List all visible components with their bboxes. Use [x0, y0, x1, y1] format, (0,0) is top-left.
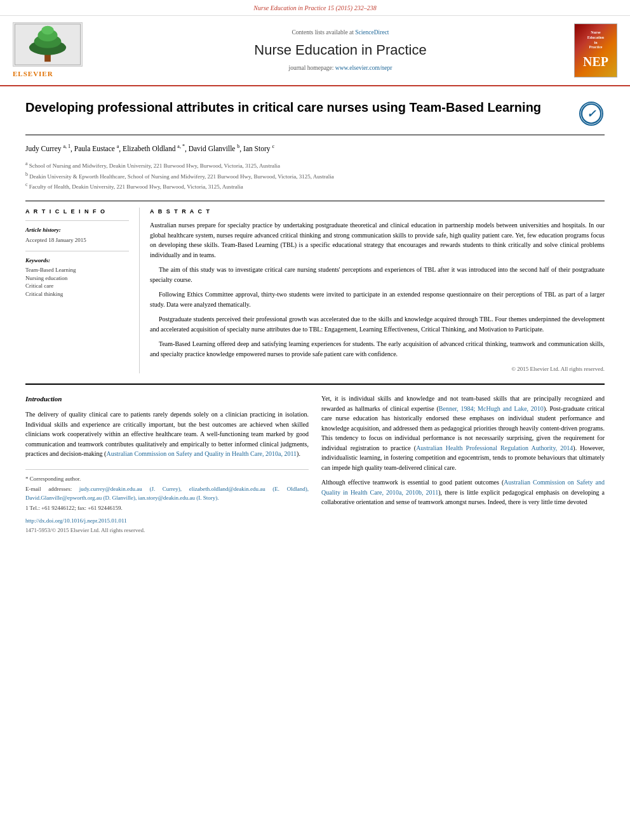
doi-link[interactable]: http://dx.doi.org/10.1016/j.nepr.2015.01…: [25, 517, 309, 526]
ai-divider-2: [25, 251, 129, 251]
affiliation-a: a School of Nursing and Midwifery, Deaki…: [25, 160, 605, 171]
journal-header-center: Contents lists available at ScienceDirec…: [114, 29, 566, 72]
ref-benner[interactable]: Benner, 1984; McHugh and Lake, 2010: [439, 405, 544, 412]
svg-text:✓: ✓: [587, 108, 596, 120]
cover-initials: NEP: [583, 53, 608, 70]
journal-cover-thumb-container: NurseEducationinPractice NEP: [566, 23, 617, 77]
article-title-section: Developing professional attributes in cr…: [25, 99, 605, 135]
ref-ahpra[interactable]: Australian Health Professional Regulatio…: [416, 444, 573, 451]
corresponding-note: * Corresponding author.: [25, 475, 309, 484]
elsevier-logo: ELSEVIER: [13, 22, 114, 79]
body-right-col: Yet, it is individual skills and knowled…: [321, 394, 605, 535]
body-two-col: Introduction The delivery of quality cli…: [25, 394, 605, 535]
crossmark-badge: ✓: [579, 102, 605, 127]
keyword-critical-thinking: Critical thinking: [25, 290, 129, 298]
affiliations: a School of Nursing and Midwifery, Deaki…: [25, 160, 605, 192]
keyword-critical-care: Critical care: [25, 282, 129, 290]
article-info-title: A R T I C L E I N F O: [25, 208, 129, 216]
abstract-text: Australian nurses prepare for specialty …: [150, 220, 605, 359]
abstract-para-4: Postgraduate students perceived their pr…: [150, 314, 605, 334]
keywords-label: Keywords:: [25, 257, 129, 265]
ref-link-1[interactable]: Australian Commission on Safety and Qual…: [106, 450, 297, 457]
sciencedirect-link[interactable]: ScienceDirect: [355, 29, 389, 36]
keyword-nursing-ed: Nursing education: [25, 274, 129, 283]
copyright-line: © 2015 Elsevier Ltd. All rights reserved…: [150, 365, 605, 373]
footnote-area: * Corresponding author. E-mail addresses…: [25, 469, 309, 535]
issn-line: 1471-5953/© 2015 Elsevier Ltd. All right…: [25, 526, 309, 535]
abstract-para-3: Following Ethics Committee approval, thi…: [150, 290, 605, 309]
elsevier-tree-graphic: [13, 22, 83, 67]
svg-point-4: [41, 26, 53, 35]
article-info-column: A R T I C L E I N F O Article history: A…: [25, 208, 140, 373]
affiliation-c: c Faculty of Health, Deakin University, …: [25, 181, 605, 192]
citation-text: Nurse Education in Practice 15 (2015) 23…: [253, 4, 376, 11]
abstract-para-1: Australian nurses prepare for specialty …: [150, 220, 605, 260]
introduction-title: Introduction: [25, 394, 309, 404]
abstract-para-5: Team-Based Learning offered deep and sat…: [150, 339, 605, 359]
email-label: E-mail addresses: judy.currey@deakin.edu…: [25, 485, 309, 502]
journal-homepage-line: journal homepage: www.elsevier.com/nepr: [114, 64, 566, 72]
cover-title: NurseEducationinPractice: [587, 30, 604, 50]
right-para-1: Yet, it is individual skills and knowled…: [321, 394, 605, 472]
ref-acsqhc-2[interactable]: Australian Commission on Safety and Qual…: [321, 479, 605, 496]
keyword-tbl: Team-Based Learning: [25, 266, 129, 274]
article-history-label: Article history:: [25, 226, 129, 234]
abstract-title: A B S T R A C T: [150, 208, 605, 216]
section-divider: [25, 383, 605, 385]
ai-divider-1: [25, 220, 129, 221]
crossmark-icon: ✓: [579, 102, 603, 126]
journal-cover-thumbnail: NurseEducationinPractice NEP: [574, 23, 617, 77]
abstract-column: A B S T R A C T Australian nurses prepar…: [140, 208, 605, 373]
citation-bar: Nurse Education in Practice 15 (2015) 23…: [0, 0, 630, 16]
intro-para-1: The delivery of quality clinical care to…: [25, 410, 309, 459]
right-para-2: Although effective teamwork is essential…: [321, 477, 605, 507]
homepage-link[interactable]: www.elsevier.com/nepr: [335, 65, 392, 71]
accepted-date: Accepted 18 January 2015: [25, 236, 129, 244]
body-left-col: Introduction The delivery of quality cli…: [25, 394, 309, 535]
footnote-1: 1 Tel.: +61 92446122; fax: +61 92446159.: [25, 504, 309, 513]
abstract-para-2: The aim of this study was to investigate…: [150, 265, 605, 284]
elsevier-wordmark: ELSEVIER: [13, 69, 53, 79]
affiliation-b: b Deakin University & Epworth Healthcare…: [25, 171, 605, 182]
journal-header: ELSEVIER Contents lists available at Sci…: [0, 16, 630, 86]
contents-line: Contents lists available at ScienceDirec…: [114, 29, 566, 37]
body-text-right: Yet, it is individual skills and knowled…: [321, 394, 605, 507]
journal-title: Nurse Education in Practice: [114, 41, 566, 60]
keywords-list: Team-Based Learning Nursing education Cr…: [25, 266, 129, 298]
article-title: Developing professional attributes in cr…: [25, 99, 566, 116]
body-text-left: The delivery of quality clinical care to…: [25, 410, 309, 459]
article-main: Developing professional attributes in cr…: [0, 86, 630, 547]
authors-line: Judy Currey a, 1, Paula Eustace a, Eliza…: [25, 143, 605, 154]
info-abstract-wrapper: A R T I C L E I N F O Article history: A…: [25, 201, 605, 373]
elsevier-branding: ELSEVIER: [13, 22, 114, 79]
